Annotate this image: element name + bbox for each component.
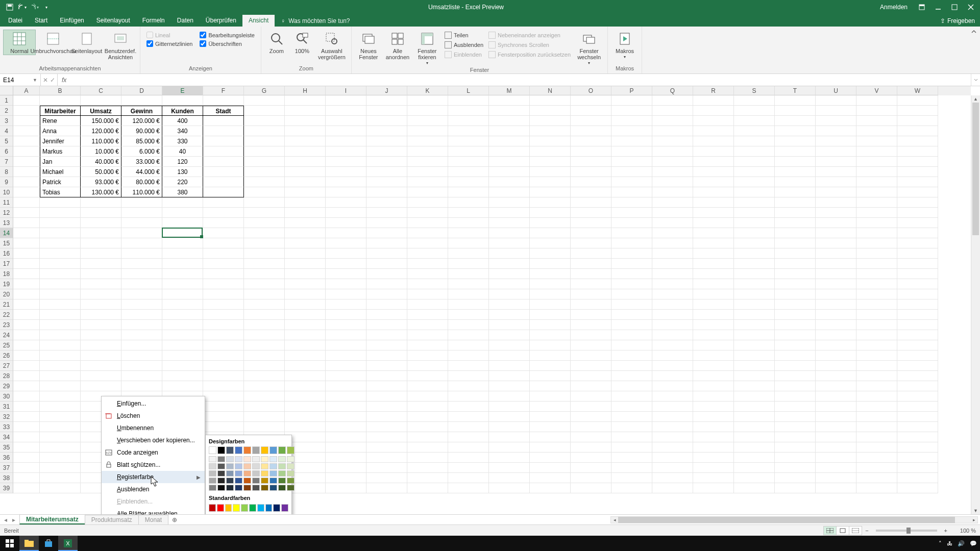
- cell[interactable]: Jan: [40, 157, 81, 167]
- col-header-Q[interactable]: Q: [652, 86, 693, 95]
- tint-swatch[interactable]: [270, 485, 277, 491]
- cell[interactable]: [244, 116, 285, 126]
- cell[interactable]: [244, 279, 285, 289]
- row-header-22[interactable]: 22: [0, 310, 13, 320]
- file-explorer-taskbar[interactable]: [19, 536, 39, 551]
- cell[interactable]: [530, 136, 571, 146]
- cell[interactable]: [856, 157, 897, 167]
- macros-button[interactable]: Makros▾: [611, 30, 639, 61]
- scroll-left-arrow[interactable]: ◂: [611, 517, 618, 522]
- cell[interactable]: [611, 422, 652, 432]
- cell[interactable]: [366, 106, 407, 116]
- cell[interactable]: [734, 197, 775, 208]
- cell[interactable]: [775, 279, 816, 289]
- cell[interactable]: [611, 412, 652, 422]
- cell[interactable]: [326, 371, 366, 381]
- row-header-8[interactable]: 8: [0, 167, 13, 177]
- cell[interactable]: [326, 391, 366, 402]
- cell[interactable]: [530, 442, 571, 453]
- cell[interactable]: [244, 259, 285, 269]
- cell[interactable]: [121, 269, 162, 279]
- cell[interactable]: [530, 269, 571, 279]
- cell[interactable]: [652, 402, 693, 412]
- zoom-level[interactable]: 100 %: [950, 528, 976, 534]
- cell[interactable]: [40, 371, 81, 381]
- cell[interactable]: [530, 218, 571, 228]
- cell[interactable]: [530, 177, 571, 187]
- cell[interactable]: [407, 95, 448, 106]
- cell[interactable]: [816, 208, 856, 218]
- formula-input[interactable]: [70, 74, 971, 86]
- theme-swatch[interactable]: [270, 446, 277, 454]
- excel-taskbar[interactable]: X: [58, 536, 78, 551]
- row-header-32[interactable]: 32: [0, 412, 13, 422]
- cell[interactable]: [530, 146, 571, 157]
- tint-swatch[interactable]: [209, 463, 216, 469]
- cell[interactable]: [285, 320, 326, 330]
- cell[interactable]: [611, 208, 652, 218]
- cell[interactable]: [734, 371, 775, 381]
- cell[interactable]: [489, 208, 530, 218]
- cell[interactable]: [856, 248, 897, 259]
- cell[interactable]: [530, 310, 571, 320]
- cell[interactable]: [40, 422, 81, 432]
- cell[interactable]: [285, 126, 326, 136]
- hide-button[interactable]: Ausblenden: [443, 40, 485, 49]
- cell[interactable]: [448, 157, 489, 167]
- cell[interactable]: [897, 228, 938, 238]
- cell[interactable]: [775, 422, 816, 432]
- cell[interactable]: [775, 463, 816, 473]
- cell[interactable]: [489, 463, 530, 473]
- standard-swatch[interactable]: [265, 504, 273, 512]
- qat-customize-icon[interactable]: ▾: [41, 2, 52, 13]
- cell[interactable]: [40, 320, 81, 330]
- cell[interactable]: [775, 412, 816, 422]
- cell[interactable]: [734, 340, 775, 350]
- cell[interactable]: [489, 381, 530, 391]
- cell[interactable]: [489, 116, 530, 126]
- cell[interactable]: [856, 269, 897, 279]
- cell[interactable]: [285, 95, 326, 106]
- tint-swatch[interactable]: [243, 470, 251, 477]
- cell[interactable]: [121, 330, 162, 340]
- cell[interactable]: [121, 279, 162, 289]
- cell[interactable]: [407, 136, 448, 146]
- cell[interactable]: [407, 269, 448, 279]
- cell[interactable]: [13, 442, 40, 453]
- cell[interactable]: [285, 310, 326, 320]
- cell[interactable]: [693, 289, 734, 299]
- cell[interactable]: [366, 269, 407, 279]
- cell[interactable]: [81, 330, 121, 340]
- cell[interactable]: [734, 177, 775, 187]
- cell[interactable]: [407, 228, 448, 238]
- cell[interactable]: [448, 228, 489, 238]
- cell[interactable]: [448, 310, 489, 320]
- cell[interactable]: [775, 269, 816, 279]
- cell[interactable]: [856, 95, 897, 106]
- new-sheet-button[interactable]: ⊕: [168, 515, 181, 524]
- cell[interactable]: [693, 350, 734, 361]
- cell[interactable]: [366, 473, 407, 483]
- view-pagebreak-button[interactable]: Umbruchvorschau: [37, 30, 69, 55]
- undo-icon[interactable]: ▾: [16, 2, 28, 13]
- tell-me-search[interactable]: ♀ Was möchten Sie tun?: [275, 15, 356, 27]
- cell[interactable]: 330: [162, 136, 203, 146]
- cell[interactable]: [81, 95, 121, 106]
- cell[interactable]: [244, 146, 285, 157]
- cell[interactable]: [571, 136, 611, 146]
- row-header-39[interactable]: 39: [0, 483, 13, 493]
- cell[interactable]: [326, 208, 366, 218]
- cell[interactable]: [530, 279, 571, 289]
- cell[interactable]: [816, 136, 856, 146]
- cell[interactable]: [326, 146, 366, 157]
- cell[interactable]: [856, 177, 897, 187]
- cell[interactable]: [326, 106, 366, 116]
- cell[interactable]: [326, 259, 366, 269]
- cell[interactable]: [244, 402, 285, 412]
- cell[interactable]: [448, 391, 489, 402]
- cell[interactable]: [775, 116, 816, 126]
- cell[interactable]: [407, 350, 448, 361]
- cell[interactable]: [611, 95, 652, 106]
- cell[interactable]: [489, 422, 530, 432]
- cell[interactable]: [285, 238, 326, 248]
